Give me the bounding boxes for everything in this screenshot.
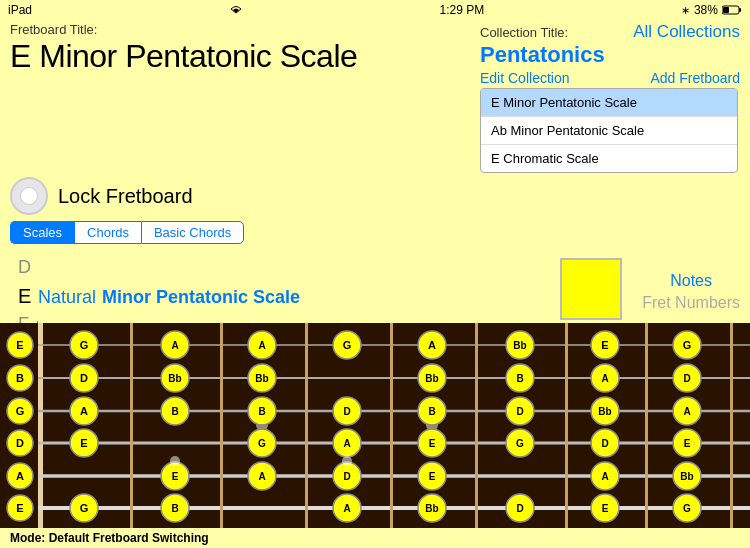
svg-rect-17 xyxy=(645,323,648,528)
svg-rect-15 xyxy=(475,323,478,528)
svg-text:A: A xyxy=(80,405,88,417)
battery-icon xyxy=(722,5,742,15)
svg-text:D: D xyxy=(343,406,350,417)
svg-text:D: D xyxy=(516,406,523,417)
svg-rect-14 xyxy=(390,323,393,528)
svg-text:E: E xyxy=(601,339,608,351)
time-label: 1:29 PM xyxy=(440,3,485,17)
segment-row: Scales Chords Basic Chords xyxy=(0,219,750,246)
svg-rect-3 xyxy=(0,323,750,528)
status-bar: iPad 1:29 PM ∗ 38% xyxy=(0,0,750,20)
device-label: iPad xyxy=(8,3,32,17)
bluetooth-icon: ∗ xyxy=(681,4,690,17)
add-fretboard-btn[interactable]: Add Fretboard xyxy=(651,70,741,86)
svg-text:D: D xyxy=(16,437,24,449)
svg-text:E: E xyxy=(684,438,691,449)
svg-text:Bb: Bb xyxy=(598,406,611,417)
svg-text:E: E xyxy=(602,503,609,514)
svg-text:Bb: Bb xyxy=(425,503,438,514)
mode-text: Mode: Default Fretboard Switching xyxy=(10,531,209,545)
svg-text:G: G xyxy=(516,438,524,449)
svg-rect-16 xyxy=(565,323,568,528)
svg-text:B: B xyxy=(171,406,178,417)
svg-text:E: E xyxy=(80,437,87,449)
svg-text:A: A xyxy=(343,503,350,514)
controls-row: Lock Fretboard xyxy=(0,173,750,219)
scale-quality: Natural xyxy=(38,284,96,311)
svg-point-120 xyxy=(342,456,352,466)
svg-text:G: G xyxy=(80,502,89,514)
svg-text:E: E xyxy=(172,471,179,482)
svg-text:A: A xyxy=(258,340,265,351)
svg-rect-12 xyxy=(220,323,223,528)
note-d: D xyxy=(18,254,32,281)
collection-list: E Minor Pentatonic Scale Ab Minor Pentat… xyxy=(480,88,738,173)
svg-text:B: B xyxy=(516,373,523,384)
lock-toggle[interactable] xyxy=(10,177,48,215)
svg-text:E: E xyxy=(429,438,436,449)
svg-text:D: D xyxy=(601,438,608,449)
segment-chords[interactable]: Chords xyxy=(74,221,141,244)
collection-name: Pentatonics xyxy=(480,42,740,68)
svg-text:E: E xyxy=(429,471,436,482)
wifi-icon xyxy=(229,5,243,15)
svg-rect-4 xyxy=(38,323,43,528)
svg-text:D: D xyxy=(343,471,350,482)
svg-text:E: E xyxy=(16,502,23,514)
fretboard-svg: E B G D A E G D A E G A Bb xyxy=(0,323,750,528)
svg-rect-1 xyxy=(723,7,729,13)
svg-text:G: G xyxy=(683,339,692,351)
svg-text:A: A xyxy=(16,470,24,482)
svg-text:G: G xyxy=(16,405,25,417)
svg-text:B: B xyxy=(428,406,435,417)
lock-label: Lock Fretboard xyxy=(58,185,193,208)
svg-text:B: B xyxy=(258,406,265,417)
svg-text:G: G xyxy=(343,339,352,351)
main-title: E Minor Pentatonic Scale xyxy=(10,39,480,74)
top-area: Fretboard Title: E Minor Pentatonic Scal… xyxy=(0,20,750,173)
svg-text:D: D xyxy=(516,503,523,514)
svg-text:A: A xyxy=(601,373,608,384)
svg-text:A: A xyxy=(683,406,690,417)
svg-text:Bb: Bb xyxy=(680,471,693,482)
segment-basic-chords[interactable]: Basic Chords xyxy=(141,221,244,244)
svg-point-119 xyxy=(170,456,180,466)
svg-rect-11 xyxy=(130,323,133,528)
svg-rect-13 xyxy=(305,323,308,528)
svg-text:D: D xyxy=(80,372,88,384)
svg-text:A: A xyxy=(258,471,265,482)
svg-text:A: A xyxy=(343,438,350,449)
fret-numbers-btn[interactable]: Fret Numbers xyxy=(642,294,740,312)
note-e: E xyxy=(18,281,32,311)
collection-item-2[interactable]: E Chromatic Scale xyxy=(481,145,737,172)
svg-text:G: G xyxy=(258,438,266,449)
edit-collection-btn[interactable]: Edit Collection xyxy=(480,70,570,86)
svg-text:A: A xyxy=(428,339,436,351)
svg-text:E: E xyxy=(16,339,23,351)
svg-rect-18 xyxy=(730,323,733,528)
collection-item-0[interactable]: E Minor Pentatonic Scale xyxy=(481,89,737,117)
svg-text:A: A xyxy=(601,471,608,482)
svg-text:Bb: Bb xyxy=(425,373,438,384)
battery-label: 38% xyxy=(694,3,718,17)
mode-bar: Mode: Default Fretboard Switching xyxy=(0,528,750,548)
svg-text:B: B xyxy=(171,503,178,514)
notes-btn[interactable]: Notes xyxy=(670,272,712,290)
svg-text:Bb: Bb xyxy=(513,340,526,351)
right-panel: Collection Title: All Collections Pentat… xyxy=(480,22,740,173)
fretboard-title-label: Fretboard Title: xyxy=(10,22,480,37)
scale-name: Minor Pentatonic Scale xyxy=(102,284,300,311)
svg-text:Bb: Bb xyxy=(255,373,268,384)
svg-text:G: G xyxy=(80,339,89,351)
svg-text:Bb: Bb xyxy=(168,373,181,384)
collection-item-1[interactable]: Ab Minor Pentatonic Scale xyxy=(481,117,737,145)
all-collections-btn[interactable]: All Collections xyxy=(633,22,740,42)
collection-title-label: Collection Title: xyxy=(480,25,568,40)
fretboard: E B G D A E G D A E G A Bb xyxy=(0,323,750,528)
svg-text:A: A xyxy=(171,340,178,351)
segment-scales[interactable]: Scales xyxy=(10,221,74,244)
color-swatch[interactable] xyxy=(560,258,622,320)
notes-area: Notes Fret Numbers xyxy=(642,272,740,312)
left-header: Fretboard Title: E Minor Pentatonic Scal… xyxy=(10,22,480,173)
svg-text:D: D xyxy=(683,373,690,384)
